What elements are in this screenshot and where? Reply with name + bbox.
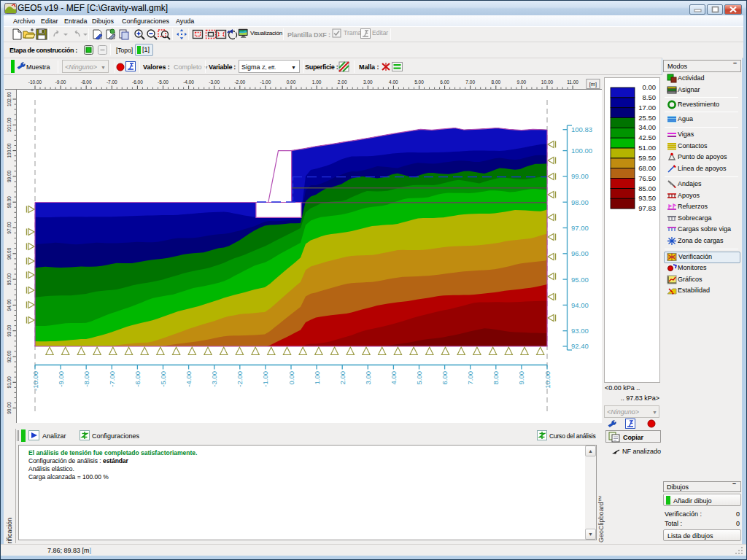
svg-text:76.50: 76.50 <box>638 174 656 182</box>
svg-text:92.00: 92.00 <box>7 350 12 362</box>
svg-text:-10.00: -10.00 <box>28 79 42 85</box>
svg-text:-8.00: -8.00 <box>81 79 92 85</box>
svg-text:97.00: 97.00 <box>571 224 589 232</box>
svg-text:96.00: 96.00 <box>571 249 589 257</box>
svg-text:7.00: 7.00 <box>465 79 475 85</box>
svg-text:93.00: 93.00 <box>7 324 12 337</box>
svg-text:100.00: 100.00 <box>7 143 12 158</box>
svg-text:8.00: 8.00 <box>492 371 500 385</box>
svg-text:-2.00: -2.00 <box>234 79 245 85</box>
svg-text:3.00: 3.00 <box>363 79 373 85</box>
svg-text:9.00: 9.00 <box>517 371 525 385</box>
svg-text:92.40: 92.40 <box>571 342 589 350</box>
svg-text:95.00: 95.00 <box>571 276 589 284</box>
svg-text:1.00: 1.00 <box>312 79 322 85</box>
svg-text:97.83: 97.83 <box>638 204 656 212</box>
svg-text:51.00: 51.00 <box>638 144 656 152</box>
svg-text:101.00: 101.00 <box>7 117 12 132</box>
svg-text:10.00: 10.00 <box>543 371 551 389</box>
svg-text:6.00: 6.00 <box>441 371 449 385</box>
svg-text:91.00: 91.00 <box>7 376 12 389</box>
svg-text:-7.00: -7.00 <box>107 79 117 85</box>
svg-text:0.00: 0.00 <box>287 79 296 85</box>
svg-text:10.00: 10.00 <box>541 79 554 85</box>
svg-text:-6.00: -6.00 <box>133 371 142 387</box>
svg-text:-1.00: -1.00 <box>260 79 271 85</box>
svg-text:2.00: 2.00 <box>338 79 347 85</box>
svg-text:4.00: 4.00 <box>389 79 398 85</box>
svg-text:-4.00: -4.00 <box>185 371 193 387</box>
svg-text:98.00: 98.00 <box>7 196 12 209</box>
svg-text:59.50: 59.50 <box>638 154 656 162</box>
svg-text:100.00: 100.00 <box>571 147 592 155</box>
svg-text:9.00: 9.00 <box>517 79 527 85</box>
svg-text:[m]: [m] <box>589 81 597 88</box>
svg-text:93.00: 93.00 <box>571 327 589 335</box>
svg-text:-8.00: -8.00 <box>82 371 90 387</box>
svg-text:8.50: 8.50 <box>643 93 657 101</box>
svg-text:3.00: 3.00 <box>364 371 372 385</box>
svg-text:11.00: 11.00 <box>567 79 578 85</box>
svg-text:-3.00: -3.00 <box>210 371 218 387</box>
svg-text:100.83: 100.83 <box>571 125 592 133</box>
svg-text:7.00: 7.00 <box>466 371 474 385</box>
svg-text:-5.00: -5.00 <box>158 79 169 85</box>
svg-text:-3.00: -3.00 <box>209 79 220 85</box>
svg-text:-1.00: -1.00 <box>261 371 269 387</box>
svg-text:94.00: 94.00 <box>7 299 12 311</box>
svg-text:5.00: 5.00 <box>415 371 423 385</box>
svg-text:8.00: 8.00 <box>491 79 500 85</box>
svg-text:98.00: 98.00 <box>571 198 589 206</box>
svg-text:85.00: 85.00 <box>638 184 656 192</box>
svg-text:-6.00: -6.00 <box>132 79 143 85</box>
svg-text:-7.00: -7.00 <box>108 371 116 387</box>
svg-text:-10.00: -10.00 <box>31 371 39 391</box>
svg-text:-9.00: -9.00 <box>57 371 65 387</box>
svg-text:90.00: 90.00 <box>7 402 12 414</box>
svg-text:93.50: 93.50 <box>638 194 656 202</box>
svg-text:68.00: 68.00 <box>638 164 656 172</box>
svg-text:94.00: 94.00 <box>571 301 589 309</box>
svg-text:0.00: 0.00 <box>643 83 657 91</box>
svg-text:5.00: 5.00 <box>414 79 424 85</box>
svg-text:99.00: 99.00 <box>571 172 589 180</box>
svg-text:95.00: 95.00 <box>7 273 12 286</box>
svg-text:-5.00: -5.00 <box>159 371 167 387</box>
svg-text:-9.00: -9.00 <box>55 79 66 85</box>
svg-text:25.50: 25.50 <box>638 114 656 122</box>
svg-text:96.00: 96.00 <box>7 247 12 260</box>
svg-text:6.00: 6.00 <box>440 79 449 85</box>
svg-text:1.00: 1.00 <box>313 371 321 385</box>
svg-text:102.00: 102.00 <box>7 92 12 106</box>
svg-text:2.00: 2.00 <box>338 371 347 385</box>
svg-text:34.00: 34.00 <box>638 123 656 131</box>
svg-text:-2.00: -2.00 <box>236 371 244 387</box>
svg-text:-4.00: -4.00 <box>183 79 194 85</box>
svg-text:42.50: 42.50 <box>638 133 656 141</box>
svg-text:17.00: 17.00 <box>638 104 656 112</box>
svg-text:99.00: 99.00 <box>7 170 12 182</box>
svg-text:97.00: 97.00 <box>7 222 12 234</box>
svg-text:4.00: 4.00 <box>390 371 398 385</box>
svg-text:0.00: 0.00 <box>287 371 295 385</box>
